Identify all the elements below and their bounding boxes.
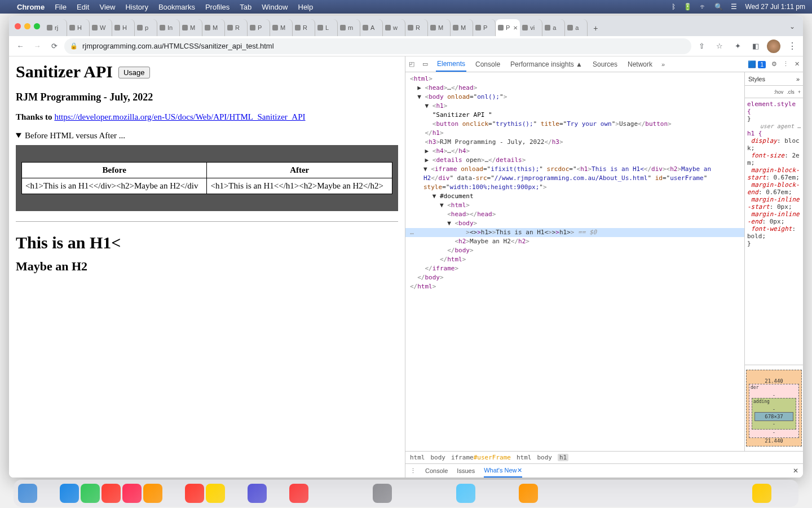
dom-node[interactable]: <head></head> (410, 210, 740, 219)
css-declaration[interactable]: margin-inline-start: 0px; (747, 196, 801, 211)
css-declaration[interactable]: display: block; (747, 137, 801, 152)
browser-tab[interactable]: R (405, 19, 428, 36)
spotlight-icon[interactable]: 🔍 (714, 3, 723, 11)
dom-node[interactable]: ▶ <head>…</head> (410, 84, 740, 93)
css-declaration[interactable]: margin-block-end: 0.67em; (747, 181, 801, 196)
box-model[interactable]: 21.440 der - adding - 678×37 - - 21.44 (745, 365, 803, 451)
css-declaration[interactable]: margin-block-start: 0.67em; (747, 167, 801, 181)
page-viewport[interactable]: Sanitizer API Usage RJM Programming - Ju… (9, 56, 405, 478)
dom-node[interactable]: … ><>>h1>>This is an H1<>>>h1>> == $0 (405, 228, 744, 237)
dom-node[interactable]: </iframe> (410, 264, 740, 273)
menu-window[interactable]: Window (262, 3, 288, 11)
dock-app-icon[interactable] (60, 484, 79, 503)
dock-app-icon[interactable] (39, 484, 58, 503)
dock-app-icon[interactable] (289, 484, 308, 503)
device-icon[interactable]: ▭ (422, 60, 428, 68)
dom-node[interactable]: </h1> (410, 129, 740, 138)
dock-app-icon[interactable] (623, 484, 642, 503)
share-icon[interactable]: ⇧ (695, 40, 708, 53)
drawer-console[interactable]: Console (425, 467, 448, 474)
browser-tab[interactable]: M (202, 19, 225, 36)
dock-app-icon[interactable] (331, 484, 350, 503)
dock-app-icon[interactable] (665, 484, 684, 503)
tab-elements[interactable]: Elements (436, 56, 466, 72)
browser-tab[interactable]: a (565, 19, 588, 36)
dom-node[interactable]: ▶ <details open>…</details> (410, 156, 740, 165)
dock-app-icon[interactable] (414, 484, 434, 503)
dock-app-icon[interactable] (122, 484, 142, 503)
issues-badge[interactable]: 🟦 1 (748, 60, 766, 68)
browser-tab[interactable]: A (360, 19, 383, 36)
dock-app-icon[interactable] (686, 484, 705, 503)
new-tab-button[interactable]: + (588, 20, 603, 36)
dock-app-icon[interactable] (710, 484, 730, 503)
battery-icon[interactable]: 🔋 (683, 3, 692, 11)
dock-app-icon[interactable] (102, 484, 121, 503)
browser-tab[interactable]: a (542, 19, 565, 36)
menu-bookmarks[interactable]: Bookmarks (158, 3, 195, 11)
wifi-icon[interactable]: ᯤ (700, 3, 707, 11)
usage-button[interactable]: Usage (118, 67, 150, 78)
dom-node[interactable]: </html> (410, 255, 740, 264)
omnibox[interactable]: 🔒 rjmprogramming.com.au/HTMLCSS/sanitize… (64, 38, 691, 54)
dock-app-icon[interactable] (352, 484, 371, 503)
dock-app-icon[interactable] (185, 484, 204, 503)
dom-node[interactable]: <h3>RJM Programming - July, 2022</h3> (410, 138, 740, 147)
dom-node[interactable]: </html> (410, 282, 740, 291)
dock-app-icon[interactable] (373, 484, 392, 503)
dock-app-icon[interactable] (644, 484, 663, 503)
clock[interactable]: Wed 27 Jul 1:11 pm (745, 3, 805, 11)
traffic-lights[interactable] (12, 23, 45, 36)
dom-node[interactable]: </body> (410, 246, 740, 255)
more-tabs-icon[interactable]: » (661, 61, 665, 68)
dock-app-icon[interactable] (248, 484, 267, 503)
tab-console[interactable]: Console (474, 56, 501, 72)
drawer-whatsnew[interactable]: What's New ✕ (484, 465, 522, 478)
breadcrumb-item[interactable]: body (431, 454, 446, 461)
browser-tab[interactable]: vi (520, 19, 542, 36)
menu-view[interactable]: View (99, 3, 115, 11)
cls-toggle[interactable]: .cls (787, 89, 795, 95)
dock-app-icon[interactable] (498, 484, 517, 503)
dom-node[interactable]: <button onclick="trythis();" title="Try … (410, 120, 740, 129)
drawer-close-icon[interactable]: ✕ (793, 467, 798, 475)
menu-profiles[interactable]: Profiles (205, 3, 230, 11)
dock-app-icon[interactable] (752, 484, 771, 503)
css-declaration[interactable]: margin-inline-end: 0px; (747, 211, 801, 225)
dock-app-icon[interactable] (540, 484, 559, 503)
menu-history[interactable]: History (125, 3, 148, 11)
browser-tab[interactable]: rj (45, 19, 67, 36)
dom-node[interactable]: <h2>Maybe an H2</h2> (410, 237, 740, 246)
tab-sources[interactable]: Sources (592, 56, 619, 72)
details-before-after[interactable]: Before HTML versus After ... BeforeAfter… (16, 131, 398, 211)
dom-node[interactable]: ▼ <h1> (410, 102, 740, 111)
dock-app-icon[interactable] (81, 484, 100, 503)
dock-app-icon[interactable] (18, 484, 37, 503)
css-declaration[interactable]: font-size: 2em; (747, 152, 801, 167)
dock-app-icon[interactable] (435, 484, 454, 503)
tab-perf[interactable]: Performance insights ▲ (509, 56, 584, 72)
control-center-icon[interactable]: ☰ (731, 3, 737, 11)
dock-app-icon[interactable] (561, 484, 580, 503)
dom-node[interactable]: <html> (410, 75, 740, 84)
dock-app-icon[interactable] (206, 484, 225, 503)
settings-gear-icon[interactable]: ⚙ (771, 60, 777, 68)
hov-toggle[interactable]: :hov (774, 89, 783, 95)
drawer-issues[interactable]: Issues (457, 467, 475, 474)
browser-tab[interactable]: W (90, 19, 112, 36)
dom-node[interactable]: ▶ <h4>…</h4> (410, 147, 740, 156)
details-summary[interactable]: Before HTML versus After ... (16, 131, 398, 141)
styles-rules[interactable]: element.style { } user agent … h1 { disp… (745, 98, 803, 365)
tab-network[interactable]: Network (626, 56, 654, 72)
breadcrumb-item[interactable]: iframe#userFrame (451, 454, 511, 461)
dom-node[interactable]: ▼ <html> (410, 201, 740, 210)
dock-app-icon[interactable] (602, 484, 621, 503)
browser-tab[interactable]: H (67, 19, 90, 36)
profile-avatar[interactable] (767, 40, 780, 53)
dock-app-icon[interactable] (310, 484, 329, 503)
browser-tab[interactable]: M (451, 19, 473, 36)
macos-dock[interactable] (14, 480, 798, 507)
dom-node[interactable]: "Sanitizer API " (410, 111, 740, 120)
drawer-menu-icon[interactable]: ⋮ (410, 467, 416, 475)
reload-button[interactable]: ⟳ (47, 40, 61, 53)
